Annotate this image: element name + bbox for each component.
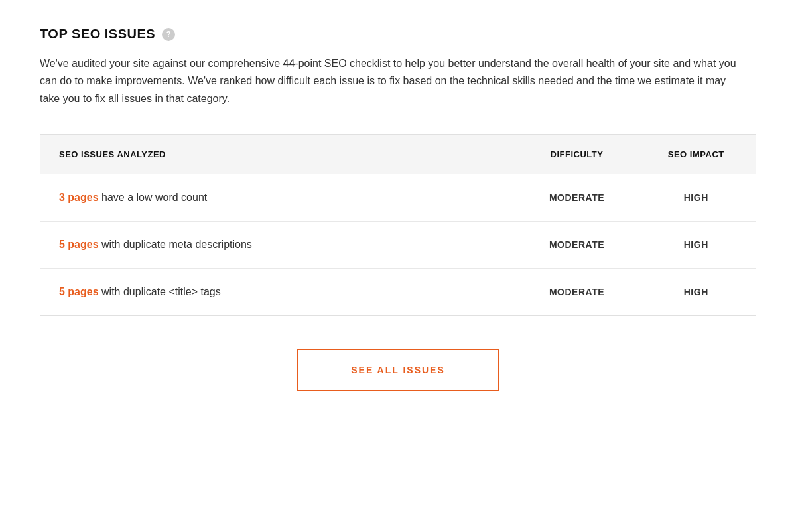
table-row: 3 pages have a low word countMODERATEHIG… <box>40 174 756 222</box>
impact-cell: HIGH <box>637 269 756 316</box>
col-header-issues: SEO ISSUES ANALYZED <box>40 135 517 174</box>
issue-cell: 5 pages with duplicate <title> tags <box>40 269 517 316</box>
issue-text: with duplicate <title> tags <box>99 286 221 297</box>
difficulty-cell: MODERATE <box>517 174 637 222</box>
issue-link[interactable]: 3 pages <box>59 192 99 203</box>
issue-link[interactable]: 5 pages <box>59 286 99 297</box>
issues-table: SEO ISSUES ANALYZED DIFFICULTY SEO IMPAC… <box>40 134 756 316</box>
section-title-row: TOP SEO ISSUES ? <box>40 27 756 42</box>
issue-text: with duplicate meta descriptions <box>99 239 252 250</box>
description-text: We've audited your site against our comp… <box>40 55 736 107</box>
impact-cell: HIGH <box>637 222 756 269</box>
see-all-container: SEE ALL ISSUES <box>40 349 756 391</box>
issue-link[interactable]: 5 pages <box>59 239 99 250</box>
page-container: TOP SEO ISSUES ? We've audited your site… <box>40 27 756 391</box>
difficulty-cell: MODERATE <box>517 269 637 316</box>
impact-cell: HIGH <box>637 174 756 222</box>
difficulty-cell: MODERATE <box>517 222 637 269</box>
section-title: TOP SEO ISSUES <box>40 27 155 42</box>
issue-cell: 5 pages with duplicate meta descriptions <box>40 222 517 269</box>
table-row: 5 pages with duplicate meta descriptions… <box>40 222 756 269</box>
issue-text: have a low word count <box>99 192 208 203</box>
table-header-row: SEO ISSUES ANALYZED DIFFICULTY SEO IMPAC… <box>40 135 756 174</box>
see-all-issues-button[interactable]: SEE ALL ISSUES <box>297 349 499 391</box>
col-header-difficulty: DIFFICULTY <box>517 135 637 174</box>
help-icon[interactable]: ? <box>162 28 175 41</box>
table-row: 5 pages with duplicate <title> tagsMODER… <box>40 269 756 316</box>
issue-cell: 3 pages have a low word count <box>40 174 517 222</box>
col-header-impact: SEO IMPACT <box>637 135 756 174</box>
